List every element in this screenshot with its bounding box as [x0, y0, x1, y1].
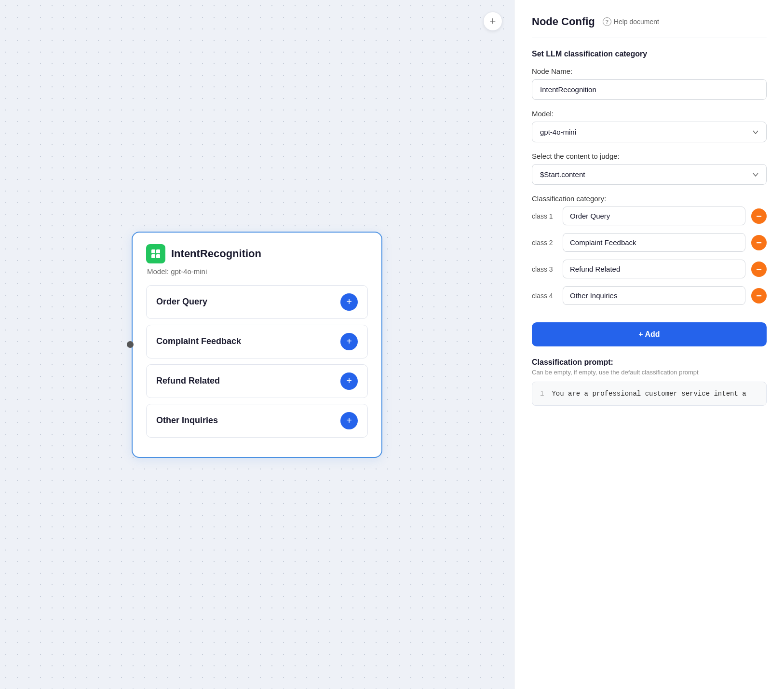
code-line-number: 1: [540, 390, 544, 398]
node-class-label-4: Other Inquiries: [156, 415, 218, 426]
intent-recognition-node: IntentRecognition Model: gpt-4o-mini Ord…: [132, 232, 382, 458]
svg-rect-3: [156, 254, 160, 258]
prompt-subtitle: Can be empty, if empty, use the default …: [532, 369, 767, 376]
class-row-3: class 3 −: [532, 260, 767, 278]
section-heading: Set LLM classification category: [532, 50, 767, 58]
panel-title: Node Config: [532, 15, 595, 28]
node-class-item-4: Other Inquiries +: [146, 404, 368, 438]
class-remove-1[interactable]: −: [751, 208, 767, 224]
class-label-4: class 4: [532, 292, 557, 300]
canvas-plus-button[interactable]: +: [483, 12, 502, 31]
svg-rect-1: [156, 249, 160, 253]
class-label-3: class 3: [532, 265, 557, 273]
node-class-add-3[interactable]: +: [340, 372, 358, 390]
class-row-1: class 1 −: [532, 207, 767, 225]
prompt-section-title: Classification prompt:: [532, 358, 767, 367]
connection-dot: [127, 341, 134, 348]
class-input-1[interactable]: [563, 207, 745, 225]
class-remove-4[interactable]: −: [751, 288, 767, 303]
node-header: IntentRecognition: [146, 244, 368, 263]
help-label: Help document: [614, 18, 659, 26]
node-class-add-1[interactable]: +: [340, 293, 358, 311]
class-remove-2[interactable]: −: [751, 235, 767, 250]
classification-section: Classification category: class 1 − class…: [532, 194, 767, 313]
canvas: + IntentRecognition Model: gpt-4o-mini O…: [0, 0, 514, 689]
model-select[interactable]: gpt-4o-mini: [532, 122, 767, 142]
node-class-add-4[interactable]: +: [340, 412, 358, 429]
node-class-label-3: Refund Related: [156, 376, 220, 386]
svg-rect-2: [151, 254, 155, 258]
model-label: Model:: [532, 110, 767, 118]
divider: [532, 38, 767, 38]
node-title: IntentRecognition: [171, 248, 261, 260]
class-label-1: class 1: [532, 212, 557, 220]
node-class-item-1: Order Query +: [146, 285, 368, 319]
class-remove-3[interactable]: −: [751, 262, 767, 277]
node-class-add-2[interactable]: +: [340, 333, 358, 350]
class-input-4[interactable]: [563, 286, 745, 305]
content-select[interactable]: $Start.content: [532, 164, 767, 185]
content-label: Select the content to judge:: [532, 152, 767, 160]
node-class-item-2: Complaint Feedback +: [146, 325, 368, 358]
help-icon: ?: [603, 17, 611, 26]
class-input-3[interactable]: [563, 260, 745, 278]
node-name-input[interactable]: [532, 79, 767, 100]
classification-label: Classification category:: [532, 194, 767, 203]
svg-rect-0: [151, 249, 155, 253]
class-row-2: class 2 −: [532, 233, 767, 252]
panel-header: Node Config ? Help document: [532, 15, 767, 28]
node-class-label-1: Order Query: [156, 297, 207, 307]
node-icon: [146, 244, 165, 263]
code-content: You are a professional customer service …: [552, 390, 746, 398]
help-link[interactable]: ? Help document: [603, 17, 659, 26]
node-model-subtitle: Model: gpt-4o-mini: [146, 267, 368, 276]
class-row-4: class 4 −: [532, 286, 767, 305]
node-name-label: Node Name:: [532, 67, 767, 75]
node-class-item-3: Refund Related +: [146, 364, 368, 398]
node-class-label-2: Complaint Feedback: [156, 336, 241, 346]
class-label-2: class 2: [532, 239, 557, 247]
code-editor[interactable]: 1 You are a professional customer servic…: [532, 382, 767, 406]
node-config-panel: Node Config ? Help document Set LLM clas…: [514, 0, 784, 689]
add-class-button[interactable]: + Add: [532, 322, 767, 346]
class-input-2[interactable]: [563, 233, 745, 252]
